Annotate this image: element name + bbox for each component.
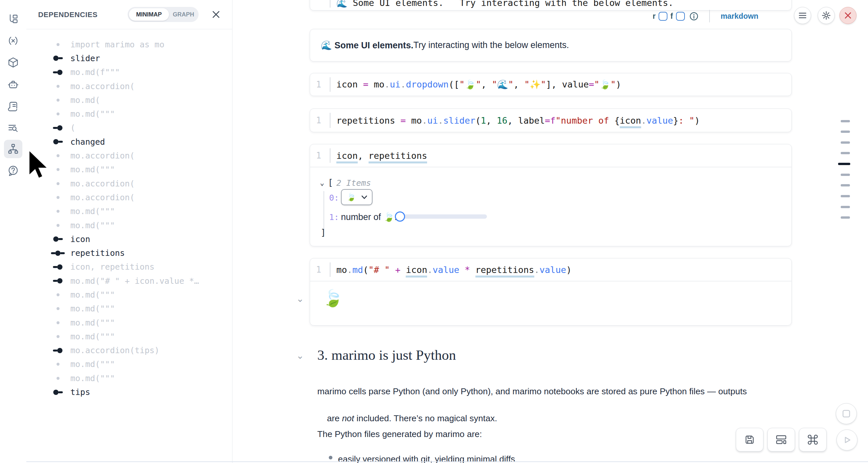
dependency-graph-icon[interactable] (4, 140, 22, 158)
dependency-item[interactable]: mo.md("# " + icon.value *… (26, 274, 232, 288)
tab-graph[interactable]: GRAPH (169, 8, 197, 21)
icon-rail (0, 0, 27, 463)
dependency-item[interactable]: mo.md(f""" (26, 65, 232, 79)
no-link-marker (45, 43, 70, 46)
in-link-marker (45, 278, 70, 283)
dependency-item[interactable]: ( (26, 121, 232, 135)
cell-collapse-chevron[interactable]: ⌄ (296, 294, 304, 304)
search-outline-icon[interactable] (4, 119, 22, 137)
dependency-item-label: mo.accordion( (70, 193, 135, 202)
dependency-item[interactable]: mo.md(""" (26, 316, 232, 330)
code-cell-tuple[interactable]: 1 icon, repetitions ⌄ [ 2 Items 0: 🍃 1: … (310, 144, 792, 246)
minimap-dash[interactable] (841, 142, 850, 144)
minimap-dash[interactable] (841, 152, 850, 154)
keyboard-shortcuts-button[interactable] (799, 428, 827, 452)
dependencies-header: DEPENDENCIES MINIMAP GRAPH (26, 0, 232, 29)
no-link-marker (45, 196, 70, 199)
dependency-item-label: mo.md( (70, 95, 100, 105)
code-line[interactable]: icon, repetitions (330, 151, 427, 161)
dependency-item[interactable]: slider (26, 51, 232, 65)
dependency-item[interactable]: mo.md(""" (26, 302, 232, 316)
format-checkbox[interactable] (676, 12, 685, 21)
minimap-dash[interactable] (841, 120, 850, 122)
settings-button[interactable] (818, 7, 835, 24)
dependency-item[interactable]: mo.md(""" (26, 371, 232, 385)
out-link-marker (45, 390, 70, 395)
dependency-item[interactable]: mo.md(""" (26, 107, 232, 121)
code-cell-slider[interactable]: 1 repetitions = mo.ui.slider(1, 16, labe… (310, 109, 792, 132)
dependency-item-label: changed (70, 137, 105, 147)
tree-item-count: 2 Items (336, 178, 371, 188)
dependency-item[interactable]: mo.md(""" (26, 288, 232, 302)
run-button[interactable] (836, 429, 858, 451)
slider-thumb[interactable] (395, 211, 405, 222)
code-line[interactable]: repetitions = mo.ui.slider(1, 16, label=… (330, 116, 700, 126)
dependency-item[interactable]: repetitions (26, 246, 232, 260)
minimap-dash[interactable] (841, 206, 850, 208)
section-collapse-chevron[interactable]: ⌄ (296, 351, 304, 361)
paragraph-line-3: The Python files generated by marimo are… (317, 429, 482, 439)
close-panel-button[interactable] (211, 9, 221, 20)
minimap-dash[interactable] (841, 174, 850, 176)
panel-title: DEPENDENCIES (38, 10, 98, 19)
ai-assistant-icon[interactable] (4, 75, 22, 94)
code-line[interactable]: icon = mo.ui.dropdown(["🍃", "🌊", "✨"], v… (330, 79, 621, 90)
dependency-item[interactable]: mo.accordion( (26, 79, 232, 93)
dependency-item-label: mo.accordion( (70, 82, 135, 91)
info-icon[interactable] (689, 12, 699, 21)
marimo-app: DEPENDENCIES MINIMAP GRAPH import marimo… (0, 0, 868, 463)
snippets-icon[interactable] (4, 97, 22, 116)
gear-icon (821, 10, 831, 21)
dependency-item-label: mo.md("# " + icon.value *… (70, 276, 199, 286)
dependency-item[interactable]: mo.md(""" (26, 205, 232, 218)
language-mode-label[interactable]: markdown (721, 12, 758, 21)
hamburger-icon (798, 12, 807, 19)
minimap-dash[interactable] (841, 216, 850, 219)
dependency-item[interactable]: changed (26, 135, 232, 149)
dependency-item[interactable]: mo.md(""" (26, 163, 232, 177)
dependency-item[interactable]: mo.md(""" (26, 330, 232, 343)
slider-track[interactable] (400, 214, 487, 219)
menu-button[interactable] (794, 7, 811, 24)
dependency-item-label: tips (70, 388, 90, 397)
code-line[interactable]: mo.md("# " + icon.value * repetitions.va… (330, 265, 571, 275)
dropdown-value: 🍃 (346, 193, 356, 202)
dependency-item[interactable]: mo.accordion(tips) (26, 344, 232, 358)
reactive-checkbox[interactable] (658, 12, 668, 21)
shutdown-button[interactable] (839, 7, 857, 24)
code-cell-dropdown[interactable]: 1 icon = mo.ui.dropdown(["🍃", "🌊", "✨"],… (310, 73, 792, 96)
stop-icon (842, 409, 851, 418)
code-cell-md-leaf[interactable]: 1 mo.md("# " + icon.value * repetitions.… (310, 258, 792, 326)
tab-minimap[interactable]: MINIMAP (129, 8, 169, 21)
packages-icon[interactable] (4, 53, 22, 72)
out-link-marker (45, 56, 70, 61)
file-tree-icon[interactable] (4, 10, 22, 28)
tree-bracket-open: [ (328, 177, 333, 187)
markdown-output-cell[interactable]: 🌊 Some UI elements. Try interacting with… (310, 29, 792, 61)
dependency-item[interactable]: tips (26, 385, 232, 399)
dependency-item[interactable]: mo.accordion( (26, 149, 232, 162)
dependency-item[interactable]: mo.md(""" (26, 358, 232, 371)
dependency-item[interactable]: icon, repetitions (26, 260, 232, 274)
minimap-dash[interactable] (841, 195, 850, 197)
dependency-item[interactable]: icon (26, 232, 232, 246)
tree-index-0: 0: (329, 193, 339, 203)
save-button[interactable] (736, 428, 764, 452)
dependency-item[interactable]: import marimo as mo (26, 37, 232, 51)
dependency-item[interactable]: mo.accordion( (26, 190, 232, 204)
minimap-dash[interactable] (841, 184, 850, 186)
minimap-dash[interactable] (841, 130, 850, 133)
dependency-item[interactable]: mo.md(""" (26, 218, 232, 232)
icon-dropdown-select[interactable]: 🍃 (341, 189, 373, 205)
dependency-item-label: icon, repetitions (70, 262, 155, 272)
minimap-dash-active[interactable] (838, 163, 850, 165)
dependency-item[interactable]: mo.accordion( (26, 177, 232, 190)
stop-button[interactable] (836, 403, 857, 424)
tree-collapse-chevron[interactable]: ⌄ (320, 179, 324, 187)
tree-guide-line (323, 191, 324, 230)
layout-button[interactable] (767, 428, 795, 452)
help-icon[interactable] (4, 161, 22, 180)
variables-icon[interactable] (4, 32, 22, 50)
dependency-item[interactable]: mo.md( (26, 93, 232, 107)
view-toggle: MINIMAP GRAPH (128, 7, 198, 22)
